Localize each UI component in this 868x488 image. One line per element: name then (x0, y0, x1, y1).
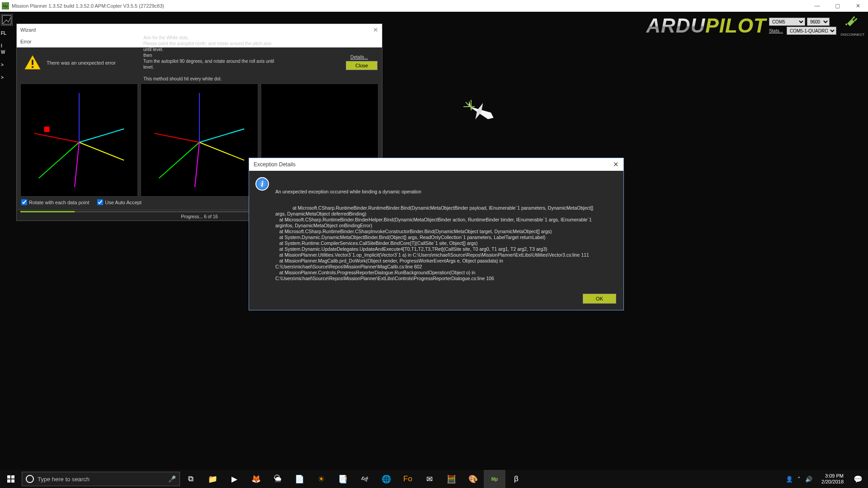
svg-line-21 (195, 142, 199, 187)
volume-icon[interactable]: 🔊 (805, 476, 812, 483)
com-port-select[interactable]: COM5 (769, 18, 805, 26)
baud-select[interactable]: 9600 (807, 18, 830, 26)
app-titlebar[interactable]: Mp Mission Planner 1.3.52 build 1.3.52.0… (0, 0, 868, 12)
svg-rect-1 (852, 16, 855, 20)
mic-icon[interactable]: 🎤 (168, 475, 176, 483)
axis-plot-1 (20, 84, 138, 197)
left-edge-text: FL I W > > (1, 30, 13, 81)
exception-title-text: Exception Details (254, 161, 296, 168)
store-icon[interactable]: ▶ (223, 470, 245, 488)
svg-line-13 (34, 133, 79, 142)
error-message: There was an unexpected error (47, 55, 116, 66)
app-icon-1[interactable]: 📑 (332, 470, 354, 488)
svg-line-12 (79, 129, 124, 142)
sun-icon[interactable]: ☀ (310, 470, 332, 488)
svg-rect-24 (7, 479, 10, 483)
svg-point-3 (845, 23, 847, 25)
exception-close-icon[interactable]: ✕ (613, 160, 619, 169)
app-icon: Mp (2, 2, 9, 9)
plug-icon (839, 13, 866, 29)
axis-plot-2 (141, 84, 258, 197)
svg-rect-7 (32, 60, 33, 65)
svg-line-14 (75, 142, 79, 187)
wizard-titlebar[interactable]: Wizard ✕ (17, 24, 382, 36)
ardupilot-header: ARDUPILOT COM5 9600 Stats... COM5-1-QUAD… (646, 12, 836, 39)
exception-text: An unexpected exception occurred while b… (275, 177, 601, 287)
firefox-icon[interactable]: 🦊 (245, 470, 267, 488)
wizard-instructions: Aim for the White dots. Please point the… (143, 35, 279, 82)
svg-line-18 (199, 142, 244, 160)
calculator-icon[interactable]: 🧮 (440, 470, 462, 488)
disconnect-button[interactable]: DISCONNECT (839, 13, 866, 38)
app-window: Mp Mission Planner 1.3.52 build 1.3.52.0… (0, 0, 868, 476)
ardupilot-logo: ARDUPILOT (646, 14, 766, 37)
taskbar: Type here to search 🎤 ⧉ 📁 ▶ 🦊 🌦 📄 ☀ 📑 🛩 … (0, 470, 868, 488)
left-sidebar: FL I W > > (0, 12, 14, 238)
exception-dialog: Exception Details ✕ i An unexpected exce… (249, 158, 624, 310)
maximize-button[interactable]: ▢ (827, 0, 848, 12)
flight-data-icon[interactable] (1, 14, 13, 26)
app-title: Mission Planner 1.3.52 build 1.3.52.0 AP… (12, 3, 164, 9)
taskbar-clock[interactable]: 3:09 PM 2/20/2018 (817, 473, 848, 485)
svg-line-17 (159, 142, 199, 178)
minimize-button[interactable]: — (807, 0, 827, 12)
svg-rect-22 (7, 475, 10, 479)
svg-line-20 (155, 133, 199, 142)
warning-icon (24, 55, 41, 70)
svg-line-19 (199, 129, 244, 142)
autoaccept-checkbox[interactable]: Use Auto Accept (97, 199, 142, 205)
vehicle-select[interactable]: COM5-1-QUADROTOR (787, 27, 836, 35)
file-explorer-icon[interactable]: 📁 (202, 470, 223, 488)
cortana-icon (26, 475, 34, 483)
start-button[interactable] (0, 470, 22, 488)
exception-ok-button[interactable]: OK (583, 294, 616, 304)
app-icon-2[interactable]: 🛩 (354, 470, 375, 488)
stats-link[interactable]: Stats... (769, 28, 785, 33)
vehicle-3d-icon (452, 89, 506, 134)
error-close-button[interactable]: Close (346, 61, 377, 70)
chrome-icon[interactable]: 🌐 (375, 470, 397, 488)
mail-icon[interactable]: ✉ (419, 470, 440, 488)
close-button[interactable]: ✕ (848, 0, 868, 12)
notification-icon[interactable]: 💬 (848, 475, 868, 483)
tray-chevron-icon[interactable]: ˄ (797, 476, 801, 483)
svg-rect-8 (32, 66, 33, 68)
svg-line-10 (39, 142, 79, 178)
forge-icon[interactable]: Fo (397, 470, 419, 488)
svg-rect-25 (11, 479, 14, 483)
svg-rect-15 (44, 127, 50, 132)
wizard-close-icon[interactable]: ✕ (373, 26, 378, 33)
progress-label: Progress... 6 of 16 (181, 214, 218, 219)
svg-rect-23 (11, 475, 14, 479)
exception-titlebar[interactable]: Exception Details ✕ (249, 158, 623, 171)
mission-planner-taskbar-icon[interactable]: Mp (484, 470, 505, 488)
svg-rect-2 (854, 18, 858, 22)
error-details-link[interactable]: Details... (350, 55, 368, 60)
error-title-text: Error (20, 39, 31, 44)
rotate-checkbox[interactable]: Rotate with each data point (21, 199, 89, 205)
people-icon[interactable]: 👤 (786, 476, 793, 483)
paint-icon[interactable]: 🎨 (462, 470, 484, 488)
svg-line-11 (79, 142, 124, 160)
disconnect-label: DISCONNECT (841, 33, 865, 37)
search-placeholder: Type here to search (38, 476, 165, 483)
weather-icon[interactable]: 🌦 (267, 470, 288, 488)
info-icon: i (255, 177, 269, 191)
task-view-icon[interactable]: ⧉ (180, 470, 202, 488)
wizard-title-text: Wizard (20, 27, 36, 33)
taskbar-search[interactable]: Type here to search 🎤 (22, 472, 180, 486)
doc-icon[interactable]: 📄 (288, 470, 310, 488)
beta-icon[interactable]: β (505, 470, 527, 488)
